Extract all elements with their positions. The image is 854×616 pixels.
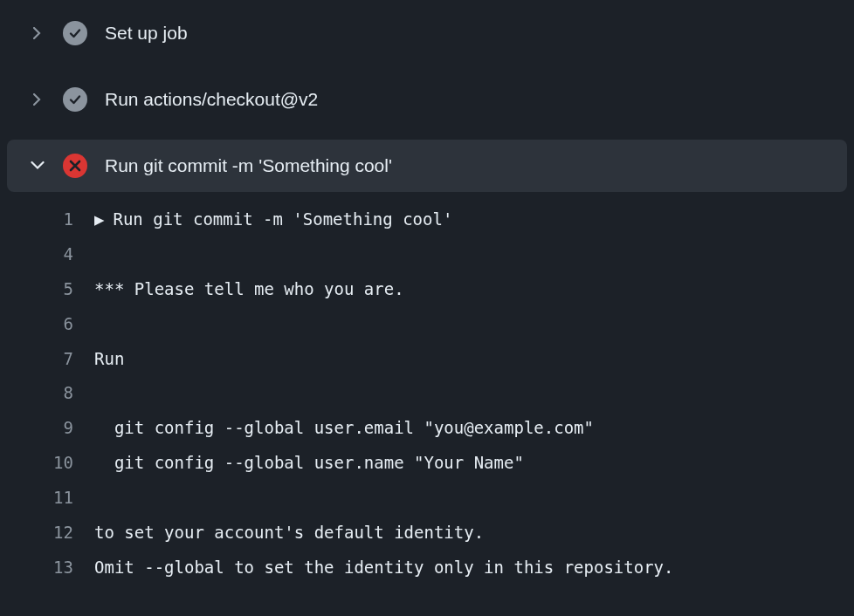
line-number: 9: [0, 411, 94, 446]
log-line: 10 git config --global user.name "Your N…: [0, 446, 854, 481]
step-row-git-commit[interactable]: Run git commit -m 'Something cool': [7, 140, 847, 192]
log-line: 8: [0, 376, 854, 411]
line-content: ▶Run git commit -m 'Something cool': [94, 202, 452, 237]
step-title: Set up job: [105, 23, 188, 44]
log-line: 13 Omit --global to set the identity onl…: [0, 551, 854, 585]
log-line: 6: [0, 307, 854, 342]
chevron-right-icon: [30, 92, 45, 107]
step-title: Run actions/checkout@v2: [105, 89, 318, 110]
log-line: 11: [0, 481, 854, 516]
status-success-icon: [63, 21, 87, 45]
line-number: 10: [0, 446, 94, 481]
status-failure-icon: [63, 154, 87, 178]
line-number: 7: [0, 342, 94, 377]
log-line[interactable]: 1 ▶Run git commit -m 'Something cool': [0, 202, 854, 237]
log-line: 7 Run: [0, 342, 854, 377]
step-row-checkout[interactable]: Run actions/checkout@v2: [0, 73, 854, 126]
log-line: 9 git config --global user.email "you@ex…: [0, 411, 854, 446]
line-number: 8: [0, 376, 94, 411]
line-number: 11: [0, 481, 94, 516]
line-number: 4: [0, 237, 94, 272]
status-success-icon: [63, 87, 87, 112]
step-row-setup-job[interactable]: Set up job: [0, 7, 854, 59]
line-content: git config --global user.name "Your Name…: [94, 446, 524, 481]
line-content: Omit --global to set the identity only i…: [94, 551, 673, 585]
log-output: 1 ▶Run git commit -m 'Something cool' 4 …: [0, 192, 854, 585]
log-line: 4: [0, 237, 854, 272]
chevron-down-icon: [30, 158, 45, 174]
line-number: 6: [0, 307, 94, 342]
line-number: 13: [0, 551, 94, 585]
line-number: 1: [0, 202, 94, 237]
chevron-right-icon: [30, 25, 45, 41]
log-line: 5 *** Please tell me who you are.: [0, 272, 854, 307]
line-content: *** Please tell me who you are.: [94, 272, 404, 307]
line-content: Run: [94, 342, 124, 377]
line-content: git config --global user.email "you@exam…: [94, 411, 594, 446]
line-content: to set your account's default identity.: [94, 516, 484, 551]
step-title: Run git commit -m 'Something cool': [105, 155, 392, 176]
log-line: 12 to set your account's default identit…: [0, 516, 854, 551]
expand-triangle-icon[interactable]: ▶: [94, 202, 104, 237]
line-number: 12: [0, 516, 94, 551]
line-number: 5: [0, 272, 94, 307]
